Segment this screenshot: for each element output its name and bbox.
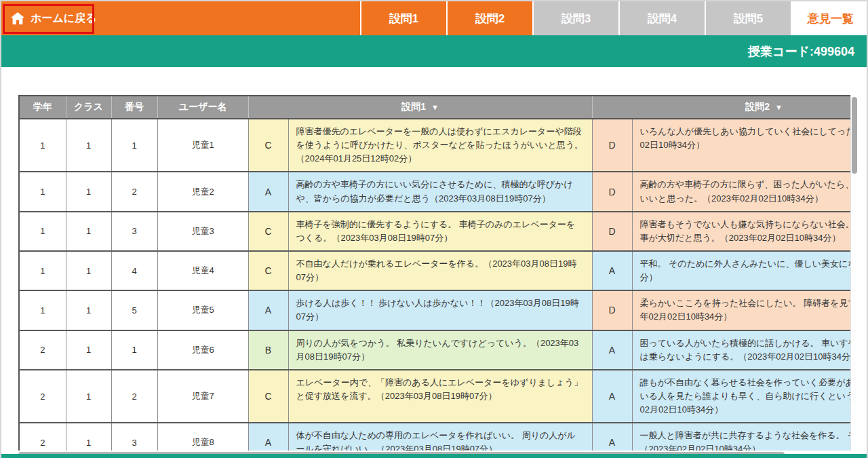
table-row: 2 1 3 児童8 A 体が不自由な人ための専用のエレベータを作ればいい。 周り… [20, 423, 857, 451]
cell-q1-grade: C [248, 212, 288, 251]
cell-q2-text: いろんな人が優先しあい協力していく社会にしてったほうがいい 02日10時34分） [632, 119, 857, 172]
cell-q1-text: 高齢の方や車椅子の方にいい気分にさせるために、積極的な呼びかけや、皆からの協力が… [288, 172, 592, 211]
cell-class: 1 [66, 423, 111, 451]
cell-number: 4 [111, 251, 157, 290]
cell-number: 2 [111, 172, 157, 211]
cell-number: 2 [111, 370, 157, 423]
cell-q1-grade: A [248, 423, 288, 451]
table-row: 2 1 1 児童6 B 周りの人が気をつかう。 私乗りたいんですけどっていう。（… [20, 330, 857, 370]
cell-q2-text: 困っている人がいたら積極的に話しかける。 車いすや障害のあ は乗らないようにする… [632, 330, 857, 370]
cell-q2-grade: D [592, 212, 632, 251]
cell-grade-year: 1 [20, 119, 66, 172]
cell-q1-text: 体が不自由な人ための専用のエレベータを作ればいい。 周りの人がルールを守ればいい… [288, 423, 592, 451]
cell-q1-grade: B [248, 330, 288, 370]
cell-username: 児童6 [157, 330, 248, 370]
cell-q1-grade: C [248, 119, 288, 172]
cell-q2-grade: D [592, 290, 632, 330]
cell-q2-grade: D [592, 172, 632, 211]
col-header-question2[interactable]: 設問2▼ [592, 96, 857, 119]
cell-username: 児童7 [157, 370, 248, 423]
vertical-scrollbar-thumb[interactable] [852, 97, 857, 174]
tab-opinion-list[interactable]: 意見一覧 [791, 1, 868, 35]
home-button[interactable]: ホームに戻る [11, 1, 97, 35]
cell-class: 1 [66, 172, 111, 211]
cell-q2-text: 高齢の方や車椅子の方に限らず、困った人がいたら、迷わず助け いいと思った。（20… [632, 172, 857, 211]
cell-number: 3 [111, 423, 157, 451]
cell-q2-grade: D [592, 119, 632, 172]
cell-class: 1 [66, 370, 111, 423]
tab-question-2[interactable]: 設問2 [446, 1, 532, 35]
table-row: 1 1 3 児童3 C 車椅子を強制的に優先するようにする。 車椅子のみのエレベ… [20, 212, 857, 251]
cell-class: 1 [66, 290, 111, 330]
table-row: 1 1 5 児童5 A 歩ける人は歩く！！ 歩けない人は歩かない！！（2023年… [20, 290, 857, 330]
cell-q1-text: 不自由な人だけが乗れるエレベーターを作る。（2023年03月08日19時07分） [288, 251, 592, 290]
col-header-question1[interactable]: 設問1▼ [248, 96, 592, 119]
cell-grade-year: 1 [20, 172, 66, 211]
cell-grade-year: 1 [20, 212, 66, 251]
cell-q1-text: 周りの人が気をつかう。 私乗りたいんですけどっていう。（2023年03月08日1… [288, 330, 592, 370]
top-navigation-bar: ホームに戻る 設問1 設問2 設問3 設問4 設問5 意見一覧 [1, 1, 868, 35]
cell-grade-year: 1 [20, 290, 66, 330]
cell-username: 児童2 [157, 172, 248, 211]
sort-icon-q2[interactable]: ▼ [775, 103, 783, 111]
cell-q1-text: 歩ける人は歩く！！ 歩けない人は歩かない！！（2023年03月08日19時07分… [288, 290, 592, 330]
app-window: ホームに戻る 設問1 設問2 設問3 設問4 設問5 意見一覧 授業コード:49… [0, 0, 868, 458]
tab-question-5[interactable]: 設問5 [705, 1, 791, 35]
tab-question-1[interactable]: 設問1 [360, 1, 446, 35]
bottom-teal-strip [1, 454, 868, 458]
cell-q1-text: 障害者優先のエレベーターを一般の人は使わずにエスカレーターや階段を使うように呼び… [288, 119, 592, 172]
cell-q2-grade: A [592, 251, 632, 290]
opinion-table: 学年 クラス 番号 ユーザー名 設問1▼ 設問2▼ 1 1 1 児童1 C [20, 95, 857, 451]
cell-q1-grade: C [248, 370, 288, 423]
cell-grade-year: 2 [20, 370, 66, 423]
cell-q2-grade: A [592, 370, 632, 423]
cell-username: 児童3 [157, 212, 248, 251]
cell-number: 3 [111, 212, 157, 251]
sort-icon-q1[interactable]: ▼ [431, 103, 439, 111]
cell-class: 1 [66, 119, 111, 172]
cell-class: 1 [66, 330, 111, 370]
home-button-label: ホームに戻る [31, 12, 97, 26]
cell-q1-text: エレベーター内で、「障害のある人にエレベーターをゆずりましょう」と促す放送を流す… [288, 370, 592, 423]
cell-grade-year: 2 [20, 330, 66, 370]
tab-bar: 設問1 設問2 設問3 設問4 設問5 意見一覧 [360, 1, 868, 35]
tab-question-3[interactable]: 設問3 [532, 1, 618, 35]
cell-q2-text: 柔らかいこころを持った社会にしたい。 障碍者を見て、見て見 年02月02日10時… [632, 290, 857, 330]
cell-q1-text: 車椅子を強制的に優先するようにする。 車椅子のみのエレベーターをつくる。（202… [288, 212, 592, 251]
cell-q1-grade: C [248, 251, 288, 290]
cell-q2-text: 平和。 そのために外人さんみたいに、優しい美女になろう。（ 分） [632, 251, 857, 290]
col-header-grade: 学年 [20, 96, 66, 119]
cell-grade-year: 1 [20, 251, 66, 290]
cell-q2-grade: A [592, 423, 632, 451]
cell-grade-year: 2 [20, 423, 66, 451]
class-code-label: 授業コード:499604 [748, 43, 868, 60]
vertical-scrollbar[interactable] [850, 95, 857, 451]
table-row: 2 1 2 児童7 C エレベーター内で、「障害のある人にエレベーターをゆずりま… [20, 370, 857, 423]
cell-number: 5 [111, 290, 157, 330]
table-header-row: 学年 クラス 番号 ユーザー名 設問1▼ 設問2▼ [20, 96, 857, 119]
col-header-number: 番号 [111, 96, 157, 119]
table-viewport: 学年 クラス 番号 ユーザー名 設問1▼ 設問2▼ 1 1 1 児童1 C [18, 95, 857, 451]
cell-username: 児童8 [157, 423, 248, 451]
cell-q2-text: 誰もが不自由なく暮らせる社会を作っていく必要があると思う。 いる人を見たら誰より… [632, 370, 857, 423]
cell-q2-text: 一般人と障害者が共に共存するような社会を作る。 そのために （2023年02月0… [632, 423, 857, 451]
cell-q1-grade: A [248, 290, 288, 330]
table-row: 1 1 2 児童2 A 高齢の方や車椅子の方にいい気分にさせるために、積極的な呼… [20, 172, 857, 211]
opinion-table-area: 学年 クラス 番号 ユーザー名 設問1▼ 設問2▼ 1 1 1 児童1 C [18, 95, 857, 457]
cell-q2-grade: A [592, 330, 632, 370]
table-row: 1 1 1 児童1 C 障害者優先のエレベーターを一般の人は使わずにエスカレータ… [20, 119, 857, 172]
cell-number: 1 [111, 330, 157, 370]
cell-class: 1 [66, 251, 111, 290]
col-header-class: クラス [66, 96, 111, 119]
cell-class: 1 [66, 212, 111, 251]
sub-header-bar: 授業コード:499604 [1, 35, 868, 67]
tab-question-4[interactable]: 設問4 [618, 1, 705, 35]
cell-username: 児童4 [157, 251, 248, 290]
cell-username: 児童5 [157, 290, 248, 330]
cell-q1-grade: A [248, 172, 288, 211]
cell-q2-text: 障害者もそうでない人も嫌な気持ちにならない社会。 そうする 事が大切だと思う。（… [632, 212, 857, 251]
home-icon [11, 12, 24, 24]
cell-username: 児童1 [157, 119, 248, 172]
table-row: 1 1 4 児童4 C 不自由な人だけが乗れるエレベーターを作る。（2023年0… [20, 251, 857, 290]
cell-number: 1 [111, 119, 157, 172]
